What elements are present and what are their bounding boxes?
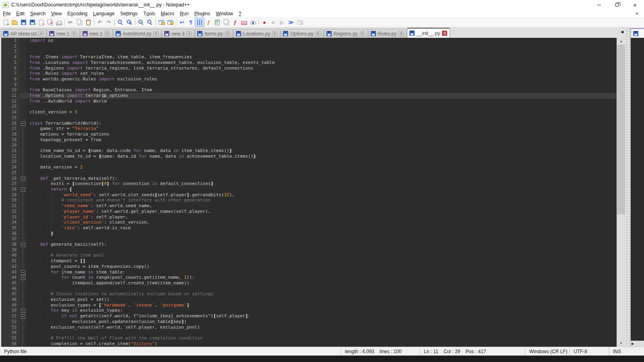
menu-file[interactable]: File (0, 10, 13, 17)
tab-items[interactable]: Items.py× (195, 29, 233, 38)
sync-vertical-icon[interactable] (157, 18, 166, 27)
secondary-hscroll[interactable]: ▶ (631, 341, 644, 347)
tab-close-icon[interactable]: × (272, 31, 277, 36)
tab-init[interactable]: __init__.py× (407, 28, 450, 38)
menu-settings[interactable]: Settings (118, 10, 140, 17)
macro-record-icon[interactable]: ● (260, 18, 269, 27)
close-all-icon[interactable]: × (45, 18, 54, 27)
menu-tools[interactable]: Tools (140, 10, 158, 17)
secondary-view-tab[interactable] (631, 28, 644, 38)
menu-macro[interactable]: Macro (158, 10, 177, 17)
fold-toggle[interactable] (20, 121, 26, 126)
save-file-icon[interactable] (19, 18, 28, 27)
tab-new-2[interactable]: new 2× (80, 29, 113, 38)
hscroll-right-icon[interactable]: ▶ (632, 342, 634, 346)
save-all-icon[interactable]: + (28, 18, 37, 27)
macro-run-multiple-icon[interactable]: ≫ (287, 18, 295, 27)
show-all-characters-icon[interactable]: ¶ (186, 18, 195, 27)
tab-close-icon[interactable]: × (442, 31, 447, 36)
tab-new-1[interactable]: new 1× (47, 29, 79, 38)
status-insert-mode[interactable]: INS (609, 347, 644, 356)
tab-close-icon[interactable]: × (38, 31, 43, 36)
find-icon[interactable] (116, 18, 125, 27)
menu-view[interactable]: View (48, 10, 64, 17)
tab-regions[interactable]: Regions.py× (324, 29, 368, 38)
menu-window[interactable]: Window (213, 10, 236, 17)
menu-edit[interactable]: Edit (13, 10, 27, 17)
tab-close-icon[interactable]: × (153, 31, 159, 36)
redo-icon[interactable]: ↷ (104, 18, 113, 27)
vertical-scrollbar[interactable]: ▲ ▼ (617, 38, 625, 347)
tab-close-icon[interactable]: × (72, 31, 77, 36)
tab-close-icon[interactable]: × (105, 31, 110, 36)
tab-close-icon[interactable]: × (316, 31, 321, 36)
code-editor[interactable]: 1import os234from .Items import Terraria… (1, 38, 617, 347)
scroll-up-icon[interactable]: ▲ (617, 38, 625, 45)
restore-icon (615, 3, 619, 6)
fold-toggle[interactable] (20, 269, 26, 275)
tab-rules[interactable]: Rules.py× (368, 29, 407, 38)
menu-plugins[interactable]: Plugins (192, 10, 213, 17)
tab-ap-ideas[interactable]: AP Ideas.txt× (1, 29, 46, 38)
status-encoding[interactable]: UTF-8 (569, 347, 609, 356)
fold-margin (20, 38, 26, 43)
zoom-in-icon[interactable]: + (136, 18, 145, 27)
undo-icon[interactable]: ↶ (95, 18, 104, 27)
indent-guide-icon[interactable] (195, 18, 204, 27)
minimize-button[interactable] (590, 0, 608, 10)
word-wrap-icon[interactable]: ↩ (178, 18, 186, 27)
zoom-out-icon[interactable]: − (145, 18, 154, 27)
code-text: data_version = 2 (26, 165, 617, 170)
fold-toggle[interactable] (20, 242, 26, 247)
replace-icon[interactable]: a (125, 18, 134, 27)
paste-icon[interactable] (84, 18, 93, 27)
fold-toggle[interactable] (20, 275, 26, 280)
indent-guide (40, 269, 40, 275)
fold-toggle[interactable] (20, 308, 26, 313)
tab-close-icon[interactable]: × (398, 31, 404, 36)
secondary-editor[interactable] (631, 38, 644, 341)
status-eol-format[interactable]: Windows (CR LF) (525, 347, 569, 356)
menu-help[interactable]: ? (236, 10, 244, 17)
fold-toggle[interactable] (20, 313, 26, 319)
menubar-close-doc-icon[interactable]: × (635, 10, 638, 16)
close-button[interactable]: × (626, 0, 644, 10)
new-file-icon[interactable]: + (1, 18, 10, 27)
view-splitter[interactable] (625, 27, 630, 347)
scroll-down-icon[interactable]: ▼ (617, 340, 625, 347)
menu-language[interactable]: Language (90, 10, 117, 17)
line-number: 22 (1, 154, 20, 159)
tab-close-icon[interactable]: × (186, 31, 192, 36)
tab-close-icon[interactable]: × (360, 31, 365, 36)
monitoring-icon[interactable] (248, 18, 257, 27)
menu-run[interactable]: Run (177, 10, 192, 17)
code-text (26, 43, 617, 49)
tab-locations[interactable]: Locations.py× (233, 29, 280, 38)
function-list-icon[interactable]: ƒ (231, 18, 239, 27)
fold-toggle[interactable] (20, 187, 26, 192)
code-text: itempool.append(self.create_item(item_na… (26, 280, 617, 286)
sync-horizontal-icon[interactable] (166, 18, 175, 27)
copy-icon[interactable] (75, 18, 84, 27)
line-number: 29 (1, 192, 20, 198)
fold-margin (20, 197, 26, 203)
menu-encoding[interactable]: Encoding (64, 10, 90, 17)
restore-button[interactable] (608, 0, 626, 10)
menu-search[interactable]: Search (27, 10, 48, 17)
cut-icon[interactable]: ✂ (66, 18, 75, 27)
scrollbar-thumb[interactable] (617, 45, 625, 214)
tab-close-icon[interactable]: × (225, 31, 230, 36)
folder-as-workspace-icon[interactable] (239, 18, 248, 27)
tab-options[interactable]: Options.py× (281, 29, 323, 38)
fold-toggle[interactable] (20, 176, 26, 181)
tab-new-3[interactable]: new 3× (162, 29, 194, 38)
document-map-icon[interactable] (213, 18, 222, 27)
document-list-icon[interactable] (222, 18, 231, 27)
print-icon[interactable] (54, 18, 63, 27)
tab-autoworld[interactable]: AutoWorld.py× (113, 29, 162, 38)
toolbar-separator (64, 19, 65, 26)
close-file-icon[interactable]: × (37, 18, 45, 27)
open-file-icon[interactable] (10, 18, 19, 27)
tab-scroll-left-icon[interactable]: ◀ (621, 30, 623, 34)
define-language-icon[interactable]: ƒ (204, 18, 213, 27)
